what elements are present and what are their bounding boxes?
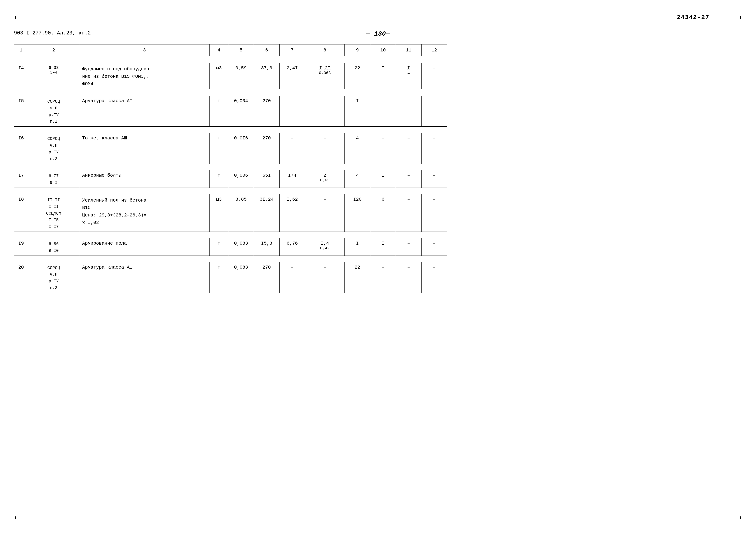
col-header-4: 4 [210, 45, 228, 56]
row-col6: 37,3 [254, 63, 279, 89]
row-col9: 4 [345, 170, 370, 188]
row-ref: 6–779–I [28, 170, 80, 188]
row-col5: 3,85 [228, 194, 254, 232]
row-col5: 0,006 [228, 170, 254, 188]
row-col5: 0,004 [228, 96, 254, 127]
row-col9: 4 [345, 133, 370, 164]
row-col7: 6,76 [279, 238, 305, 255]
row-col10: – [370, 96, 396, 127]
row-col7: I74 [279, 170, 305, 188]
row-col7: I,62 [279, 194, 305, 232]
row-id: I4 [14, 63, 28, 89]
row-col7: – [279, 133, 305, 164]
row-ref: ССРСЦч.Пр.IУп.3 [28, 262, 80, 293]
row-col12: – [421, 194, 447, 232]
row-desc: Арматура класса АI [80, 96, 210, 127]
row-unit: т [210, 262, 228, 293]
col-header-1: 1 [14, 45, 28, 56]
row-col12: – [421, 170, 447, 188]
row-desc: Усиленный пол из бетонаВ15Цена: 29,3+(28… [80, 194, 210, 232]
row-col10: I [370, 238, 396, 255]
row-desc: То же, класса АШ [80, 133, 210, 164]
row-col7: – [279, 262, 305, 293]
row-id: I8 [14, 194, 28, 232]
row-col6: 270 [254, 133, 279, 164]
row-col6: 270 [254, 96, 279, 127]
row-col8: I,40,42 [305, 238, 345, 255]
row-id: I9 [14, 238, 28, 255]
corner-tl: ┌ [14, 14, 17, 19]
row-col5: 0,59 [228, 63, 254, 89]
row-col9: 22 [345, 262, 370, 293]
row-col5: 0,083 [228, 262, 254, 293]
row-unit: м3 [210, 194, 228, 232]
col-header-7: 7 [279, 45, 305, 56]
row-col10: – [370, 133, 396, 164]
col-header-10: 10 [370, 45, 396, 56]
row-col10: I [370, 63, 396, 89]
row-col8: – [305, 96, 345, 127]
main-table: 1 2 3 4 5 6 7 8 9 10 11 12 I4 6–3 [14, 44, 447, 307]
corner-bl: └ [14, 517, 17, 522]
table-row: I4 6–333–4 Фундаменты под оборудова-ние … [14, 63, 447, 89]
row-col11: – [396, 170, 421, 188]
row-col6: 270 [254, 262, 279, 293]
row-id: I5 [14, 96, 28, 127]
row-col10: I [370, 170, 396, 188]
col-header-3: 3 [80, 45, 210, 56]
corner-br: ┘ [739, 517, 742, 522]
row-unit: т [210, 238, 228, 255]
spacer-row-bottom [14, 293, 447, 307]
row-col11: – [396, 133, 421, 164]
col-header-6: 6 [254, 45, 279, 56]
row-col12: – [421, 63, 447, 89]
row-col7: – [279, 96, 305, 127]
col-header-9: 9 [345, 45, 370, 56]
row-col11: – [396, 238, 421, 255]
corner-tr: ┐ [739, 14, 742, 19]
row-col9: I [345, 238, 370, 255]
row-id: I6 [14, 133, 28, 164]
table-row: 20 ССРСЦч.Пр.IУп.3 Арматура класса АШ т … [14, 262, 447, 293]
row-col10: 6 [370, 194, 396, 232]
col-header-8: 8 [305, 45, 345, 56]
col-header-11: 11 [396, 45, 421, 56]
row-col8: 20,63 [305, 170, 345, 188]
col-header-2: 2 [28, 45, 80, 56]
row-col11: – [396, 194, 421, 232]
row-col12: – [421, 133, 447, 164]
table-row: I9 6–869–I0 Армирование пола т 0,083 I5,… [14, 238, 447, 255]
col-header-12: 12 [421, 45, 447, 56]
table-header-row: 1 2 3 4 5 6 7 8 9 10 11 12 [14, 45, 447, 56]
row-col5: 0,0I6 [228, 133, 254, 164]
table-row: I8 ІІ–ІІІ–ІІССЦМСМI–I5I–I7 Усиленный пол… [14, 194, 447, 232]
row-col12: – [421, 238, 447, 255]
row-unit: т [210, 133, 228, 164]
row-col11: – [396, 96, 421, 127]
table-row: I5 ССРСЦч.Пр.IУп.I Арматура класса АI т … [14, 96, 447, 127]
row-col9: 22 [345, 63, 370, 89]
row-ref: ІІ–ІІІ–ІІССЦМСМI–I5I–I7 [28, 194, 80, 232]
row-id: 20 [14, 262, 28, 293]
row-col6: 3I,24 [254, 194, 279, 232]
row-ref: ССРСЦч.Пр.IУп.3 [28, 133, 80, 164]
header-line: 903-І-277.90. Ал.23, кн.2 [14, 30, 91, 36]
row-desc: Фундаменты под оборудова-ние из бетона В… [80, 63, 210, 89]
row-col8: – [305, 262, 345, 293]
row-unit: т [210, 96, 228, 127]
page-number: — 130— [366, 30, 390, 38]
spacer-row [14, 187, 447, 194]
row-ref: 6–869–I0 [28, 238, 80, 255]
spacer-row [14, 89, 447, 96]
row-col7: 2,4I [279, 63, 305, 89]
row-col9: I20 [345, 194, 370, 232]
spacer-row [14, 232, 447, 238]
spacer-row [14, 56, 447, 63]
row-unit: м3 [210, 63, 228, 89]
table-row: I7 6–779–I Анкерные болты т 0,006 65I I7… [14, 170, 447, 188]
spacer-row [14, 164, 447, 170]
row-col6: I5,3 [254, 238, 279, 255]
row-ref: 6–333–4 [28, 63, 80, 89]
col-header-5: 5 [228, 45, 254, 56]
row-col12: – [421, 96, 447, 127]
